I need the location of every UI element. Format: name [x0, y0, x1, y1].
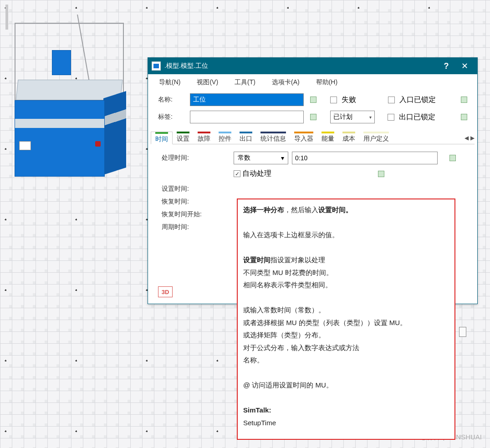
out-locked-label: 出口已锁定 — [399, 112, 435, 122]
name-label: 名称: — [158, 96, 190, 104]
tab-0[interactable]: 时间 — [151, 132, 173, 144]
close-button[interactable]: ✕ — [455, 61, 474, 71]
proc-time-label: 处理时间: — [162, 154, 234, 162]
tab-scroll: ◀ ▶ — [464, 132, 475, 144]
proc-time-value[interactable] — [292, 152, 438, 164]
titlebar[interactable]: .模型.模型.工位 ? ✕ — [148, 58, 477, 74]
tab-4[interactable]: 出口 — [235, 132, 256, 144]
tab-label: 统计信息 — [260, 133, 286, 143]
tab-7[interactable]: 能量 — [317, 132, 338, 144]
fail-label: 失败 — [342, 95, 356, 105]
menu-tabs[interactable]: 选项卡(A) — [272, 78, 300, 87]
tab-8[interactable]: 成本 — [338, 132, 359, 144]
window-icon — [152, 61, 161, 71]
name-input[interactable] — [190, 93, 304, 106]
cycle-time-label: 周期时间: — [162, 223, 234, 231]
recover-time-label: 恢复时间: — [162, 198, 234, 206]
chevron-down-icon: ▾ — [369, 115, 372, 120]
tab-scroll-right[interactable]: ▶ — [470, 135, 475, 141]
tab-strip: 时间设置故障控件出口统计信息导入器能量成本用户定义 ◀ ▶ — [151, 132, 475, 144]
in-locked-label: 入口已锁定 — [399, 95, 436, 105]
auto-process-label: 自动处理 — [242, 169, 271, 178]
tab-label: 出口 — [240, 133, 252, 143]
setup-time-tooltip: 选择一种分布，然后输入设置时间。 输入在选项卡上边框显示的值。 设置时间指设置对… — [237, 199, 455, 440]
proc-time-inherit-indicator[interactable] — [449, 155, 456, 161]
auto-inherit-indicator[interactable] — [378, 171, 384, 177]
label-input[interactable] — [190, 111, 304, 123]
help-button[interactable]: ? — [437, 61, 455, 71]
auto-process-checkbox[interactable] — [234, 170, 240, 177]
menu-nav[interactable]: 导航(N) — [159, 78, 180, 87]
tab-5[interactable]: 统计信息 — [256, 132, 290, 144]
tab-label: 设置 — [177, 133, 189, 143]
proc-time-combo-text: 常数 — [238, 154, 250, 162]
tab-label: 故障 — [198, 133, 210, 143]
machine-3d-model — [1, 5, 138, 173]
label-label: 标签: — [158, 113, 190, 121]
tab-2[interactable]: 故障 — [194, 132, 214, 144]
row2-inherit-indicator[interactable] — [461, 114, 467, 120]
tab-3[interactable]: 控件 — [214, 132, 235, 144]
tab-scroll-left[interactable]: ◀ — [464, 135, 469, 141]
window-title: .模型.模型.工位 — [164, 62, 437, 70]
menubar: 导航(N) 视图(V) 工具(T) 选项卡(A) 帮助(H) — [148, 74, 477, 92]
in-locked-checkbox[interactable] — [388, 97, 395, 103]
out-locked-checkbox[interactable] — [388, 114, 394, 121]
planned-combo[interactable]: 已计划 ▾ — [330, 111, 375, 123]
menu-tools[interactable]: 工具(T) — [235, 78, 255, 87]
tab-label: 成本 — [342, 133, 355, 143]
tab-6[interactable]: 导入器 — [290, 132, 317, 144]
proc-time-combo[interactable]: 常数 ▾ — [234, 152, 288, 164]
tab-label: 导入器 — [294, 133, 313, 143]
chevron-down-icon: ▾ — [281, 154, 284, 162]
setup-time-label: 设置时间: — [162, 185, 234, 193]
fail-checkbox[interactable] — [330, 97, 337, 103]
tab-label: 控件 — [219, 133, 231, 143]
planned-combo-text: 已计划 — [333, 113, 352, 121]
row1-inherit-indicator[interactable] — [461, 97, 467, 103]
menu-help[interactable]: 帮助(H) — [316, 78, 337, 87]
label-inherit-indicator[interactable] — [310, 114, 316, 120]
recover-start-label: 恢复时间开始: — [162, 210, 244, 219]
partially-hidden-button[interactable] — [459, 327, 466, 337]
name-inherit-indicator[interactable] — [310, 97, 316, 103]
3d-button[interactable]: 3D — [158, 286, 173, 297]
tab-label: 时间 — [155, 134, 168, 144]
tab-label: 能量 — [322, 133, 334, 143]
form-area: 名称: 失败 入口已锁定 标签: 已计划 ▾ — [148, 92, 477, 132]
tab-label: 用户定义 — [363, 133, 389, 143]
tab-1[interactable]: 设置 — [173, 132, 194, 144]
menu-view[interactable]: 视图(V) — [197, 78, 218, 87]
tab-9[interactable]: 用户定义 — [359, 132, 393, 144]
